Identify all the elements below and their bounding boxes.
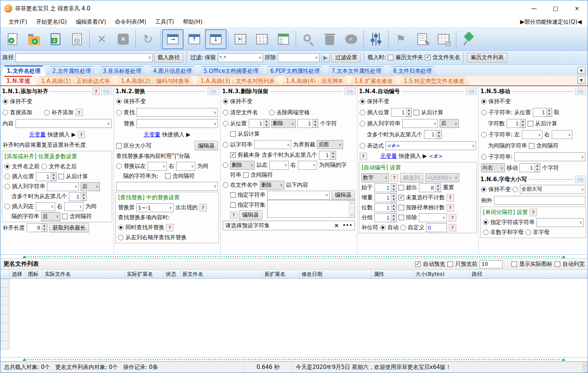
subtab-specific-type[interactable]: 1.S.特定类型文件名修改: [399, 77, 470, 85]
col-new-name[interactable]: 新文件名: [180, 270, 262, 278]
p4-skip-help-button[interactable]: ?: [447, 194, 454, 201]
filter-settings-button[interactable]: 过滤设置: [332, 53, 360, 62]
p2-seq-radio[interactable]: [118, 235, 124, 240]
p4-expr-radio[interactable]: [360, 143, 365, 149]
p1-nth-spinner[interactable]: 1▲▼: [69, 192, 87, 201]
splitter-top[interactable]: [0, 254, 588, 259]
menu-command-list[interactable]: 命令列表(M): [111, 18, 151, 26]
pin-button[interactable]: [458, 29, 479, 49]
p3-keep-radio[interactable]: [223, 99, 228, 104]
p2-simul-radio[interactable]: [118, 225, 124, 230]
p1-insert-left-radio[interactable]: [4, 204, 10, 209]
p3-del-combobox[interactable]: 删除∨: [271, 119, 296, 128]
col-actual-name[interactable]: 实际文件名: [43, 270, 125, 278]
p4-keep-radio[interactable]: [360, 99, 365, 104]
p1-direct-add-radio[interactable]: [3, 110, 8, 115]
p6-group-help-button[interactable]: ?: [530, 209, 537, 216]
apply-filter-button[interactable]: ▶: [321, 53, 330, 62]
filter-keep-combobox[interactable]: *.*∨: [218, 53, 263, 62]
layout-right-panel-button[interactable]: →: [162, 29, 184, 49]
menu-edit-view[interactable]: 编辑查看(V): [71, 18, 111, 26]
p3-count-spinner[interactable]: 1▲▼: [298, 119, 318, 128]
p3-charset-textarea[interactable]: ∧∨: [267, 200, 355, 218]
p5-sub-radio[interactable]: [481, 154, 487, 160]
p3-set-editor-button[interactable]: 编辑器: [239, 210, 262, 220]
p5-count-spinner[interactable]: 1▲▼: [507, 119, 526, 128]
p1-left-combobox[interactable]: ∨: [36, 202, 55, 211]
p4-after-combobox[interactable]: 后∨: [440, 119, 459, 128]
exclude-combobox[interactable]: ∨: [278, 53, 319, 62]
p1-pad-len-spinner[interactable]: 8▲▼: [27, 223, 47, 232]
p6-non-alpha-radio[interactable]: [525, 230, 531, 235]
tab-classify[interactable]: 8.文件归类处理: [387, 66, 437, 76]
p4-custom-radio[interactable]: [400, 225, 406, 230]
tab-pdf-attr[interactable]: 6.PDF文档属性处理: [265, 66, 325, 76]
col-actual-ext[interactable]: 实际扩展名: [125, 270, 164, 278]
col-new-ext[interactable]: 新扩展名: [262, 270, 299, 278]
p2-left-combobox[interactable]: ∨: [148, 162, 167, 171]
p5-from-end-checkbox[interactable]: [528, 121, 533, 126]
p3-incl-sep-checkbox[interactable]: [243, 172, 249, 178]
p1-before-name-radio[interactable]: [4, 164, 10, 169]
save-list-button[interactable]: [66, 29, 88, 49]
open-folder-button[interactable]: +: [23, 29, 45, 49]
p1-incl-sep-checkbox[interactable]: [62, 214, 68, 219]
p3-preset-combobox[interactable]: 请选择预设字符集×•••: [223, 221, 355, 230]
tab-music-tag[interactable]: 3.音乐标签处理: [97, 66, 147, 76]
p3-editor-button[interactable]: 编辑器: [332, 190, 355, 200]
confirm-button[interactable]: ✓: [340, 29, 362, 49]
p4-exclude-checkbox[interactable]: [399, 215, 404, 220]
p2-editor-button[interactable]: 编辑器: [195, 141, 218, 150]
p4-from-end-checkbox[interactable]: [414, 110, 419, 115]
layout-top-panel-button[interactable]: ↑: [184, 29, 205, 49]
search-check-button[interactable]: [298, 29, 319, 49]
p2-replace-sep-radio[interactable]: [116, 163, 122, 169]
p1-pad-add-radio[interactable]: [44, 110, 50, 115]
p2-right-combobox[interactable]: ∨: [176, 162, 195, 171]
p1-content-combobox[interactable]: ∨: [16, 119, 111, 128]
p2-quick-insert-label[interactable]: 快捷插入 ▶: [162, 131, 190, 138]
p2-metavar-link[interactable]: 元变量: [144, 131, 160, 138]
col-status[interactable]: 状态: [164, 270, 180, 278]
p1-metavar-link[interactable]: 元变量: [29, 131, 46, 138]
p4-per-path-help-button[interactable]: ?: [447, 204, 454, 211]
p4-assign-button[interactable]: 赋值到: [400, 173, 423, 183]
p2-sep-str-combobox[interactable]: ∨: [116, 182, 218, 191]
p5-left-combobox[interactable]: ∨: [522, 130, 542, 139]
delete-check-button[interactable]: [319, 29, 340, 49]
load-path-button[interactable]: 载入路径: [154, 53, 183, 62]
check-options-button[interactable]: [273, 29, 294, 49]
subtab-encoding[interactable]: 1.A.高级(2)：编码与转换等: [116, 77, 195, 85]
p4-skip-checkbox[interactable]: [399, 195, 404, 200]
remove-item-button[interactable]: ✕: [91, 29, 112, 49]
flag-button[interactable]: ⚑: [390, 29, 411, 49]
p1-insert-str-radio[interactable]: [4, 184, 10, 189]
maximize-button[interactable]: □: [545, 2, 566, 15]
main-tabs-overflow-button[interactable]: ▼: [577, 67, 585, 74]
p3-spec-str-checkbox[interactable]: [230, 192, 236, 198]
tab-filename[interactable]: 1.文件名处理: [1, 65, 46, 76]
col-mod-date[interactable]: 修改日期: [299, 270, 372, 278]
p4-start-spinner[interactable]: 1▲▼: [374, 183, 397, 192]
p3-pos-spinner[interactable]: 1▲▼: [249, 119, 269, 128]
p4-user-combobox[interactable]: <USER0>∨: [425, 173, 459, 182]
remove-all-button[interactable]: ✕: [112, 29, 134, 49]
p2-incl-sep-checkbox[interactable]: [165, 173, 171, 179]
p1-get-longest-button[interactable]: 获取列表最长: [49, 223, 89, 233]
resize-grip[interactable]: [582, 362, 588, 373]
p5-sub-combobox[interactable]: ∨: [514, 152, 585, 161]
p4-auto-radio[interactable]: [380, 225, 386, 230]
subtab-normal[interactable]: 1.N.常规: [1, 76, 35, 85]
p3-from-end-checkbox[interactable]: [230, 131, 236, 137]
p1-from-end-checkbox[interactable]: [58, 174, 64, 179]
panel1-help-button[interactable]: ?: [93, 88, 100, 95]
tab-image-info[interactable]: 4.图片信息处理: [148, 66, 197, 76]
p6-case-radio[interactable]: [513, 187, 518, 192]
subtab-extension[interactable]: 1.E.扩展名修改: [349, 77, 398, 85]
p4-expr-help-button[interactable]: ?: [360, 153, 367, 160]
p3-del-sep-radio[interactable]: [223, 162, 228, 168]
menu-start-rename[interactable]: 开始更名(G): [31, 18, 71, 26]
p4-pad-help-button[interactable]: ?: [449, 224, 456, 231]
p2-nth-combobox[interactable]: 1~-1∨: [137, 203, 174, 212]
col-select[interactable]: 选择: [10, 270, 26, 278]
